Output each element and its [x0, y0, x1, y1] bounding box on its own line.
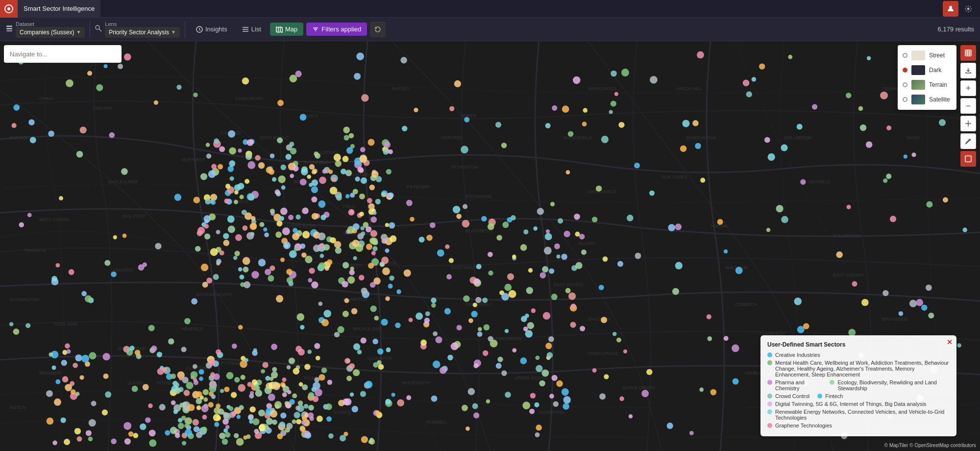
map-type-thumb-dark: [911, 65, 925, 75]
svg-text:MARLE GREEN: MARLE GREEN: [622, 385, 655, 390]
lens-value: Priority Sector Analysis: [109, 29, 169, 36]
search-box[interactable]: [4, 45, 122, 63]
legend-label-2: Pharma and Chemistry: [775, 379, 822, 391]
list-button[interactable]: List: [236, 23, 267, 36]
svg-text:LAYERS RTON: LAYERS RTON: [284, 224, 315, 228]
svg-rect-99: [965, 50, 971, 56]
svg-text:WEST CHEVIN: WEST CHEVIN: [39, 217, 70, 222]
legend-panel: ✕ User-Defined Smart Sectors Creative In…: [760, 335, 956, 436]
svg-text:ASHURST: ASHURST: [113, 268, 134, 273]
svg-text:FALMER: FALMER: [304, 376, 322, 380]
svg-text:STANMER: STANMER: [270, 405, 291, 410]
svg-text:DALLINGTON: DALLINGTON: [833, 233, 861, 238]
svg-text:HENFIELD: HENFIELD: [181, 326, 203, 331]
map-button[interactable]: Map: [270, 23, 303, 36]
svg-text:FIVE ASHES: FIVE ASHES: [662, 175, 687, 179]
download-button[interactable]: [960, 63, 976, 78]
map-controls: + −: [960, 45, 976, 167]
svg-text:PLUMPTON: PLUMPTON: [343, 297, 368, 302]
svg-rect-12: [243, 31, 248, 32]
crosshair-button[interactable]: [960, 116, 976, 131]
svg-text:BROADSIDE: BROADSIDE: [882, 317, 908, 322]
legend-label-0: Creative Industries: [775, 352, 820, 358]
svg-text:FIELD: FIELD: [343, 204, 356, 209]
svg-text:PILTDOWN: PILTDOWN: [407, 184, 430, 189]
legend-title: User-Defined Smart Sectors: [767, 341, 950, 348]
svg-text:POYNINGS: POYNINGS: [157, 380, 180, 385]
layer-toggle-button[interactable]: [960, 45, 976, 61]
app-title: Smart Sector Intelligence: [18, 0, 100, 18]
svg-text:WHITESMITH: WHITESMITH: [402, 380, 430, 385]
svg-text:THAXHAM: THAXHAM: [24, 248, 46, 253]
legend-row-3: Crowd Control Fintech: [767, 393, 950, 399]
svg-text:HORAM: HORAM: [710, 224, 727, 228]
settings-icon[interactable]: [960, 1, 976, 17]
legend-item-7: Renewable Energy Networks, Connected Veh…: [767, 409, 950, 421]
svg-text:ALDEN CROSS: ALDEN CROSS: [490, 336, 522, 341]
map-area[interactable]: .road-major { stroke: #3a3a4a; stroke-wi…: [0, 41, 980, 451]
legend-dot-5: [817, 394, 822, 399]
filters-label: Filters applied: [321, 25, 361, 33]
svg-text:BRAMBER: BRAMBER: [39, 371, 61, 376]
legend-item-0: Creative Industries: [767, 352, 950, 358]
legend-label-7: Renewable Energy Networks, Connected Veh…: [775, 409, 950, 421]
dataset-dropdown[interactable]: Companies (Sussex) ▼: [16, 27, 85, 38]
legend-label-8: Graphene Technologies: [775, 423, 832, 428]
lens-dropdown[interactable]: Priority Sector Analysis ▼: [105, 27, 180, 38]
svg-text:LANDCROSS: LANDCROSS: [235, 96, 263, 101]
search-input[interactable]: [4, 45, 122, 63]
map-type-satellite[interactable]: Satellite: [898, 92, 956, 107]
svg-text:COBBECH: COBBECH: [735, 302, 757, 307]
results-count: 6,179 results: [938, 25, 974, 33]
svg-text:NGTON: NGTON: [10, 405, 25, 410]
svg-point-1: [7, 7, 10, 10]
map-type-selector: Street Dark Terrain Satellite: [898, 45, 956, 110]
svg-text:SMALL DOLE: SMALL DOLE: [118, 346, 145, 351]
legend-item-8: Graphene Technologies: [767, 423, 950, 428]
legend-item-1: Mental Health Care, Wellbeing at Work, A…: [767, 360, 950, 377]
svg-text:ANSTY: ANSTY: [304, 114, 318, 119]
pin-button[interactable]: [960, 151, 976, 167]
legend-item-6: Digital Twinning, 5G & 6G, Internet of T…: [767, 401, 950, 407]
svg-text:MAYFIELD: MAYFIELD: [808, 179, 831, 184]
dataset-label: Dataset: [16, 21, 85, 27]
insights-button[interactable]: Insights: [190, 23, 233, 36]
map-type-street[interactable]: Street: [898, 48, 956, 63]
list-label: List: [251, 25, 261, 33]
dataset-group: Dataset Companies (Sussex) ▼: [6, 21, 90, 38]
dataset-icon: [6, 25, 13, 34]
svg-text:UPPER DICKER: UPPER DICKER: [514, 376, 548, 380]
draw-button[interactable]: [960, 133, 976, 149]
zoom-in-button[interactable]: +: [960, 80, 976, 96]
map-type-dark[interactable]: Dark: [898, 63, 956, 77]
svg-text:MARESFIELD: MARESFIELD: [588, 189, 616, 194]
svg-text:BLACKBOYS: BLACKBOYS: [466, 228, 492, 233]
map-type-label-dark: Dark: [929, 67, 941, 74]
user-icon[interactable]: [943, 1, 958, 17]
map-type-thumb-satellite: [911, 95, 925, 104]
svg-rect-4: [6, 25, 12, 27]
map-type-terrain[interactable]: Terrain: [898, 77, 956, 92]
zoom-out-button[interactable]: −: [960, 98, 976, 114]
svg-point-3: [967, 7, 970, 10]
svg-text:WOODMANCOTE: WOODMANCOTE: [196, 292, 232, 297]
svg-text:NUTLEY: NUTLEY: [392, 86, 410, 91]
map-type-label-satellite: Satellite: [929, 96, 950, 103]
legend-dot-1: [767, 360, 772, 365]
svg-text:NORTH: NORTH: [461, 113, 476, 118]
svg-text:MAPLEHURST: MAPLEHURST: [108, 179, 138, 184]
svg-text:RODMELL: RODMELL: [426, 420, 448, 425]
refresh-button[interactable]: [370, 22, 386, 37]
insights-label: Insights: [205, 25, 227, 33]
map-type-label-terrain: Terrain: [929, 81, 947, 88]
svg-rect-6: [6, 30, 12, 31]
svg-text:NASHINGTON: NASHINGTON: [10, 297, 39, 302]
svg-text:POYNINGS: POYNINGS: [220, 361, 244, 366]
legend-label-6: Digital Twinning, 5G & 6G, Internet of T…: [775, 401, 926, 407]
svg-text:HAILSHAM: HAILSHAM: [725, 265, 748, 270]
filters-button[interactable]: Filters applied: [306, 23, 367, 36]
svg-text:CLAYTON: CLAYTON: [186, 366, 207, 371]
svg-text:ARGOS HILL: ARGOS HILL: [676, 86, 703, 91]
legend-close-button[interactable]: ✕: [947, 338, 953, 346]
legend-dot-8: [767, 423, 772, 428]
